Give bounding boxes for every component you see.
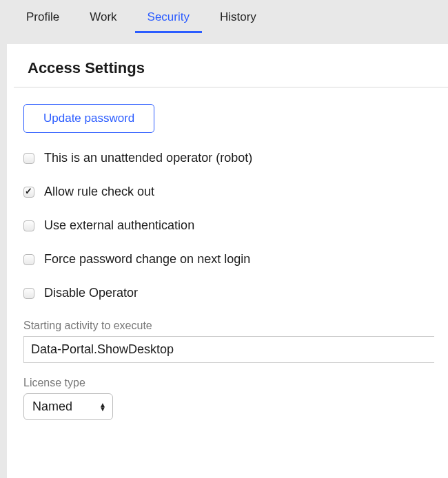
checkbox-unattended[interactable] <box>23 153 34 164</box>
update-password-button[interactable]: Update password <box>23 104 154 133</box>
tab-history[interactable]: History <box>207 5 269 33</box>
license-type-select[interactable]: Named <box>23 393 113 420</box>
checkbox-row-external-auth: Use external authentication <box>23 218 434 233</box>
checkbox-row-unattended: This is an unattended operator (robot) <box>23 151 434 165</box>
starting-activity-group: Starting activity to execute <box>23 320 434 363</box>
license-type-label: License type <box>23 377 434 389</box>
checkbox-label-disable-op: Disable Operator <box>44 286 138 300</box>
checkbox-rule-checkout[interactable] <box>23 187 34 198</box>
tab-security[interactable]: Security <box>135 5 202 33</box>
checkbox-row-force-pwd: Force password change on next login <box>23 252 434 267</box>
tab-work[interactable]: Work <box>77 5 129 33</box>
access-settings-panel: Access Settings Update password This is … <box>7 44 448 478</box>
checkbox-disable-op[interactable] <box>23 288 34 299</box>
checkbox-row-disable-op: Disable Operator <box>23 286 434 300</box>
checkbox-label-unattended: This is an unattended operator (robot) <box>44 151 252 165</box>
panel-title: Access Settings <box>7 44 448 87</box>
checkbox-force-pwd[interactable] <box>23 254 34 265</box>
license-type-group: License type Named ▲▼ <box>23 377 434 420</box>
checkbox-external-auth[interactable] <box>23 220 34 231</box>
panel-body: Update password This is an unattended op… <box>7 87 448 420</box>
checkbox-label-rule-checkout: Allow rule check out <box>44 185 154 199</box>
checkbox-label-force-pwd: Force password change on next login <box>44 252 250 267</box>
starting-activity-label: Starting activity to execute <box>23 320 434 332</box>
license-type-select-wrap: Named ▲▼ <box>23 393 113 420</box>
tab-profile[interactable]: Profile <box>14 5 72 33</box>
checkbox-label-external-auth: Use external authentication <box>44 218 194 233</box>
checkbox-row-rule-checkout: Allow rule check out <box>23 185 434 199</box>
tab-bar: Profile Work Security History <box>0 0 448 33</box>
starting-activity-input[interactable] <box>23 336 434 363</box>
